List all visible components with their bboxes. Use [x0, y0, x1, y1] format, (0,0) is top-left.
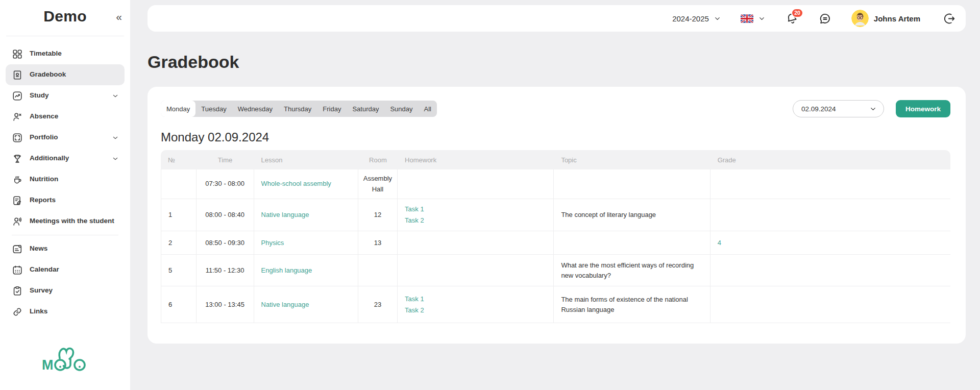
- mojo-logo-graphic: M: [41, 344, 90, 376]
- chevron-down-icon: [714, 15, 721, 22]
- logout-button[interactable]: [943, 12, 957, 26]
- sidebar-item-reports[interactable]: Reports: [6, 190, 125, 211]
- cell-room: 23: [358, 286, 398, 323]
- day-tab-friday[interactable]: Friday: [317, 101, 347, 117]
- day-tab-thursday[interactable]: Thursday: [278, 101, 317, 117]
- sidebar-item-label: Additionally: [30, 154, 69, 162]
- sidebar-item-news[interactable]: News: [6, 238, 125, 259]
- chevron-down-icon: [111, 134, 119, 142]
- link-icon: [12, 306, 23, 318]
- nav-divider: [12, 235, 118, 235]
- homework-task-link[interactable]: Task 1: [405, 294, 546, 304]
- chevron-down-icon: [111, 155, 119, 163]
- chevron-down-icon: [869, 105, 877, 113]
- day-tab-tuesday[interactable]: Tuesday: [195, 101, 232, 117]
- table-row: 511:50 - 12:30English languageWhat are t…: [161, 255, 950, 286]
- lesson-link[interactable]: Whole-school assembly: [261, 180, 331, 187]
- cell-topic: The main forms of existence of the natio…: [554, 286, 710, 323]
- day-tab-all[interactable]: All: [419, 101, 437, 117]
- column-header-hw: Homework: [398, 150, 554, 169]
- cell-topic: The concept of literary language: [554, 199, 710, 231]
- sidebar-item-absence[interactable]: Absence: [6, 106, 125, 127]
- sidebar-item-label: Survey: [30, 286, 53, 295]
- cell-grade: [710, 286, 950, 323]
- lesson-link[interactable]: English language: [261, 266, 312, 274]
- svg-text:1: 1: [17, 155, 18, 158]
- cell-grade: [710, 169, 950, 199]
- cell-room: Assembly Hall: [358, 169, 398, 199]
- lesson-link[interactable]: Native language: [261, 211, 309, 218]
- language-select[interactable]: [741, 14, 766, 23]
- topbar: 2024-2025: [148, 5, 966, 32]
- avatar: [851, 10, 869, 27]
- day-tabs: MondayTuesdayWednesdayThursdayFridaySatu…: [161, 101, 437, 117]
- lesson-link[interactable]: Physics: [261, 239, 284, 247]
- cell-time: 07:30 - 08:00: [197, 169, 254, 199]
- homework-button[interactable]: Homework: [896, 100, 950, 117]
- notifications-button[interactable]: 20: [785, 12, 799, 26]
- lesson-link[interactable]: Native language: [261, 301, 309, 308]
- cell-num: 6: [161, 286, 197, 323]
- gradebook-card: MondayTuesdayWednesdayThursdayFridaySatu…: [148, 87, 966, 344]
- cup-icon: [12, 174, 23, 185]
- day-tab-sunday[interactable]: Sunday: [384, 101, 418, 117]
- sidebar-item-links[interactable]: Links: [6, 301, 125, 322]
- sidebar-item-timetable[interactable]: Timetable: [6, 43, 125, 64]
- day-tab-monday[interactable]: Monday: [161, 101, 195, 117]
- sidebar-item-portfolio[interactable]: Portfolio: [6, 127, 125, 148]
- grade-link[interactable]: 4: [718, 239, 721, 247]
- date-select[interactable]: 02.09.2024: [793, 100, 884, 117]
- sidebar-item-study[interactable]: Study: [6, 85, 125, 106]
- day-tab-saturday[interactable]: Saturday: [347, 101, 384, 117]
- column-header-room: Room: [358, 150, 398, 169]
- homework-task-link[interactable]: Task 2: [405, 305, 546, 315]
- sidebar-item-calendar[interactable]: Calendar: [6, 259, 125, 280]
- chat-icon: [818, 12, 832, 26]
- cell-num: 1: [161, 199, 197, 231]
- user-name: Johns Artem: [874, 14, 920, 23]
- school-year-select[interactable]: 2024-2025: [672, 14, 721, 23]
- sidebar-item-nutrition[interactable]: Nutrition: [6, 169, 125, 190]
- cell-time: 08:00 - 08:40: [197, 199, 254, 231]
- sidebar-nav: TimetableGradebookStudyAbsencePortfolio1…: [0, 39, 130, 322]
- sidebar-item-additionally[interactable]: 1Additionally: [6, 148, 125, 169]
- chevron-down-icon: [758, 15, 766, 22]
- gradebook-icon: [12, 69, 23, 81]
- sidebar-item-label: Study: [30, 91, 49, 100]
- cell-homework: [398, 231, 554, 255]
- table-row: 07:30 - 08:00Whole-school assemblyAssemb…: [161, 169, 950, 199]
- meeting-icon: [12, 216, 23, 227]
- cell-grade: [710, 199, 950, 231]
- table-row: 613:00 - 13:45Native language23Task 1Tas…: [161, 286, 950, 323]
- cell-lesson: English language: [254, 255, 358, 286]
- cell-lesson: Native language: [254, 286, 358, 323]
- messages-button[interactable]: [818, 12, 832, 26]
- card-toolbar: MondayTuesdayWednesdayThursdayFridaySatu…: [161, 100, 950, 117]
- uk-flag-icon: [741, 14, 753, 23]
- cell-homework: Task 1Task 2: [398, 199, 554, 231]
- cell-grade: 4: [710, 231, 950, 255]
- cell-time: 11:50 - 12:30: [197, 255, 254, 286]
- user-menu[interactable]: Johns Artem: [851, 10, 920, 27]
- sidebar-item-label: Portfolio: [30, 133, 58, 141]
- main-area: 2024-2025: [130, 0, 980, 390]
- report-icon: [12, 195, 23, 206]
- absence-icon: [12, 111, 23, 123]
- news-icon: [12, 243, 23, 255]
- sidebar-item-meetings[interactable]: Meetings with the student: [6, 211, 125, 232]
- day-tab-wednesday[interactable]: Wednesday: [232, 101, 278, 117]
- table-header-row: №TimeLessonRoomHomeworkTopicGrade: [161, 150, 950, 169]
- column-header-num: №: [161, 150, 197, 169]
- cell-num: 5: [161, 255, 197, 286]
- sidebar-item-survey[interactable]: Survey: [6, 280, 125, 301]
- cell-room: 13: [358, 231, 398, 255]
- homework-task-link[interactable]: Task 1: [405, 204, 546, 214]
- sidebar-item-label: Calendar: [30, 265, 59, 274]
- study-icon: [12, 90, 23, 102]
- sidebar-header: Demo «: [0, 0, 130, 33]
- homework-task-link[interactable]: Task 2: [405, 215, 546, 226]
- school-year-value: 2024-2025: [672, 14, 709, 23]
- sidebar-item-gradebook[interactable]: Gradebook: [6, 64, 125, 85]
- mojo-logo: MOJO M: [0, 335, 130, 390]
- sidebar-collapse-button[interactable]: «: [116, 11, 122, 22]
